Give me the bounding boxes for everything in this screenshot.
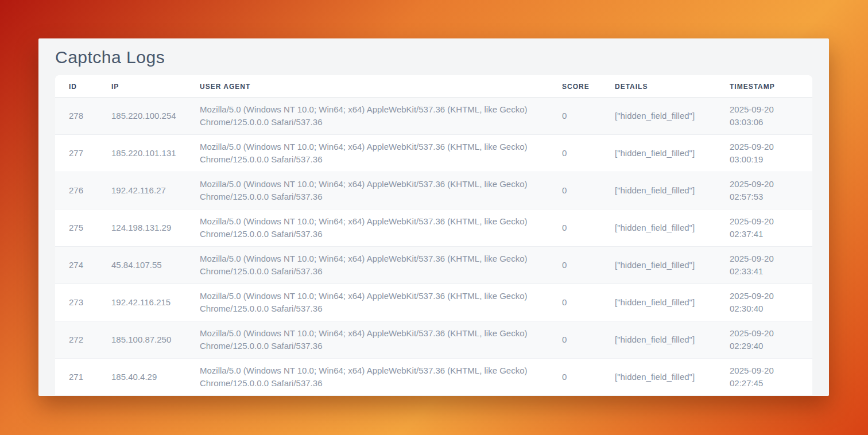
- cell-user-agent: Mozilla/5.0 (Windows NT 10.0; Win64; x64…: [186, 98, 548, 135]
- cell-ip: 124.198.131.29: [98, 209, 186, 247]
- cell-details: ["hidden_field_filled"]: [601, 359, 716, 396]
- cell-timestamp: 2025-09-20 02:29:40: [716, 321, 812, 359]
- cell-score: 0: [548, 284, 601, 321]
- cell-timestamp: 2025-09-20 03:03:06: [716, 98, 812, 135]
- cell-user-agent: Mozilla/5.0 (Windows NT 10.0; Win64; x64…: [186, 135, 548, 172]
- table-header-row: ID IP USER AGENT SCORE DETAILS TIMESTAMP: [55, 75, 812, 98]
- table-row: 273 192.42.116.215 Mozilla/5.0 (Windows …: [55, 284, 812, 321]
- cell-details: ["hidden_field_filled"]: [601, 247, 716, 284]
- cell-ip: 45.84.107.55: [98, 247, 186, 284]
- column-header-score: SCORE: [548, 75, 601, 98]
- cell-id: 276: [55, 172, 98, 209]
- cell-timestamp: 2025-09-20 02:57:53: [716, 172, 812, 209]
- cell-id: 275: [55, 209, 98, 247]
- cell-user-agent: Mozilla/5.0 (Windows NT 10.0; Win64; x64…: [186, 321, 548, 359]
- cell-ip: 185.100.87.250: [98, 321, 186, 359]
- column-header-details: DETAILS: [601, 75, 716, 98]
- cell-id: 272: [55, 321, 98, 359]
- cell-timestamp: 2025-09-20 03:00:19: [716, 135, 812, 172]
- cell-id: 271: [55, 359, 98, 396]
- cell-timestamp: 2025-09-20 02:33:41: [716, 247, 812, 284]
- page-title: Captcha Logs: [38, 38, 829, 75]
- cell-score: 0: [548, 135, 601, 172]
- table-row: 274 45.84.107.55 Mozilla/5.0 (Windows NT…: [55, 247, 812, 284]
- cell-ip: 185.40.4.29: [98, 359, 186, 396]
- cell-details: ["hidden_field_filled"]: [601, 98, 716, 135]
- column-header-timestamp: TIMESTAMP: [716, 75, 812, 98]
- cell-score: 0: [548, 359, 601, 396]
- cell-ip: 192.42.116.215: [98, 284, 186, 321]
- captcha-logs-table: ID IP USER AGENT SCORE DETAILS TIMESTAMP…: [55, 75, 812, 396]
- cell-timestamp: 2025-09-20 02:37:41: [716, 209, 812, 247]
- table-row: 278 185.220.100.254 Mozilla/5.0 (Windows…: [55, 98, 812, 135]
- cell-ip: 192.42.116.27: [98, 172, 186, 209]
- cell-timestamp: 2025-09-20 02:30:40: [716, 284, 812, 321]
- column-header-ip: IP: [98, 75, 186, 98]
- cell-user-agent: Mozilla/5.0 (Windows NT 10.0; Win64; x64…: [186, 247, 548, 284]
- cell-user-agent: Mozilla/5.0 (Windows NT 10.0; Win64; x64…: [186, 284, 548, 321]
- cell-id: 273: [55, 284, 98, 321]
- cell-score: 0: [548, 98, 601, 135]
- cell-details: ["hidden_field_filled"]: [601, 135, 716, 172]
- cell-id: 274: [55, 247, 98, 284]
- cell-score: 0: [548, 321, 601, 359]
- table-row: 275 124.198.131.29 Mozilla/5.0 (Windows …: [55, 209, 812, 247]
- captcha-logs-table-container: ID IP USER AGENT SCORE DETAILS TIMESTAMP…: [55, 75, 812, 396]
- cell-score: 0: [548, 247, 601, 284]
- captcha-logs-card: Captcha Logs ID IP USER AGENT SCORE DETA…: [38, 38, 829, 396]
- page-background: { "page": { "title": "Captcha Logs" }, "…: [0, 0, 868, 435]
- cell-ip: 185.220.100.254: [98, 98, 186, 135]
- cell-details: ["hidden_field_filled"]: [601, 284, 716, 321]
- column-header-user-agent: USER AGENT: [186, 75, 548, 98]
- table-row: 276 192.42.116.27 Mozilla/5.0 (Windows N…: [55, 172, 812, 209]
- cell-details: ["hidden_field_filled"]: [601, 172, 716, 209]
- cell-ip: 185.220.101.131: [98, 135, 186, 172]
- cell-details: ["hidden_field_filled"]: [601, 321, 716, 359]
- table-row: 272 185.100.87.250 Mozilla/5.0 (Windows …: [55, 321, 812, 359]
- table-row: 271 185.40.4.29 Mozilla/5.0 (Windows NT …: [55, 359, 812, 396]
- cell-score: 0: [548, 209, 601, 247]
- cell-details: ["hidden_field_filled"]: [601, 209, 716, 247]
- column-header-id: ID: [55, 75, 98, 98]
- cell-id: 278: [55, 98, 98, 135]
- cell-user-agent: Mozilla/5.0 (Windows NT 10.0; Win64; x64…: [186, 209, 548, 247]
- cell-timestamp: 2025-09-20 02:27:45: [716, 359, 812, 396]
- cell-score: 0: [548, 172, 601, 209]
- cell-user-agent: Mozilla/5.0 (Windows NT 10.0; Win64; x64…: [186, 359, 548, 396]
- table-row: 277 185.220.101.131 Mozilla/5.0 (Windows…: [55, 135, 812, 172]
- cell-user-agent: Mozilla/5.0 (Windows NT 10.0; Win64; x64…: [186, 172, 548, 209]
- cell-id: 277: [55, 135, 98, 172]
